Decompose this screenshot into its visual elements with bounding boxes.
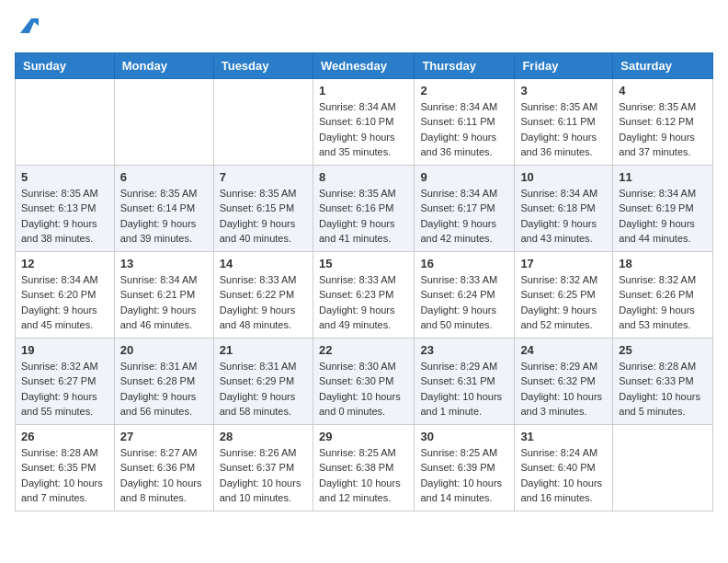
day-number: 23 <box>420 343 508 357</box>
calendar-cell: 28Sunrise: 8:26 AM Sunset: 6:37 PM Dayli… <box>213 424 313 511</box>
calendar-cell: 17Sunrise: 8:32 AM Sunset: 6:25 PM Dayli… <box>515 251 613 338</box>
day-info: Sunrise: 8:28 AM Sunset: 6:35 PM Dayligh… <box>21 445 108 506</box>
calendar-cell: 31Sunrise: 8:24 AM Sunset: 6:40 PM Dayli… <box>515 424 613 511</box>
day-info: Sunrise: 8:26 AM Sunset: 6:37 PM Dayligh… <box>220 445 307 506</box>
calendar-cell: 24Sunrise: 8:29 AM Sunset: 6:32 PM Dayli… <box>515 338 613 424</box>
calendar-cell: 21Sunrise: 8:31 AM Sunset: 6:29 PM Dayli… <box>213 338 313 424</box>
day-number: 18 <box>619 257 707 270</box>
day-info: Sunrise: 8:25 AM Sunset: 6:38 PM Dayligh… <box>319 445 408 506</box>
column-header-monday: Monday <box>114 52 213 78</box>
day-number: 11 <box>619 170 707 184</box>
day-number: 12 <box>21 257 108 270</box>
day-info: Sunrise: 8:35 AM Sunset: 6:15 PM Dayligh… <box>220 186 307 247</box>
day-info: Sunrise: 8:35 AM Sunset: 6:12 PM Dayligh… <box>619 99 707 160</box>
day-info: Sunrise: 8:34 AM Sunset: 6:11 PM Dayligh… <box>420 99 508 160</box>
calendar-cell: 26Sunrise: 8:28 AM Sunset: 6:35 PM Dayli… <box>16 424 115 511</box>
calendar-cell: 3Sunrise: 8:35 AM Sunset: 6:11 PM Daylig… <box>515 78 613 165</box>
day-info: Sunrise: 8:32 AM Sunset: 6:27 PM Dayligh… <box>21 359 108 419</box>
day-info: Sunrise: 8:32 AM Sunset: 6:26 PM Dayligh… <box>619 272 707 333</box>
calendar-cell: 11Sunrise: 8:34 AM Sunset: 6:19 PM Dayli… <box>613 165 713 251</box>
calendar-cell: 30Sunrise: 8:25 AM Sunset: 6:39 PM Dayli… <box>415 424 515 511</box>
day-info: Sunrise: 8:35 AM Sunset: 6:14 PM Dayligh… <box>120 186 208 247</box>
calendar-cell: 6Sunrise: 8:35 AM Sunset: 6:14 PM Daylig… <box>114 165 213 251</box>
calendar-cell: 25Sunrise: 8:28 AM Sunset: 6:33 PM Dayli… <box>613 338 713 424</box>
day-info: Sunrise: 8:30 AM Sunset: 6:30 PM Dayligh… <box>319 359 408 419</box>
day-info: Sunrise: 8:35 AM Sunset: 6:13 PM Dayligh… <box>21 186 108 247</box>
day-info: Sunrise: 8:28 AM Sunset: 6:33 PM Dayligh… <box>619 359 707 419</box>
day-info: Sunrise: 8:27 AM Sunset: 6:36 PM Dayligh… <box>120 445 208 506</box>
calendar-cell: 12Sunrise: 8:34 AM Sunset: 6:20 PM Dayli… <box>16 251 115 338</box>
day-number: 9 <box>420 170 508 184</box>
calendar-cell: 2Sunrise: 8:34 AM Sunset: 6:11 PM Daylig… <box>415 78 515 165</box>
logo <box>15 15 39 41</box>
day-number: 16 <box>420 257 508 270</box>
day-number: 5 <box>21 170 108 184</box>
calendar-cell: 16Sunrise: 8:33 AM Sunset: 6:24 PM Dayli… <box>415 251 515 338</box>
calendar-cell: 14Sunrise: 8:33 AM Sunset: 6:22 PM Dayli… <box>213 251 313 338</box>
day-number: 15 <box>319 257 408 270</box>
calendar-week-row: 12Sunrise: 8:34 AM Sunset: 6:20 PM Dayli… <box>16 251 713 338</box>
column-header-sunday: Sunday <box>16 52 115 78</box>
calendar-cell: 9Sunrise: 8:34 AM Sunset: 6:17 PM Daylig… <box>415 165 515 251</box>
day-number: 24 <box>520 343 607 357</box>
day-number: 14 <box>220 257 307 270</box>
day-info: Sunrise: 8:34 AM Sunset: 6:17 PM Dayligh… <box>420 186 508 247</box>
svg-marker-0 <box>20 18 39 33</box>
day-number: 4 <box>619 84 707 98</box>
day-number: 30 <box>420 430 508 443</box>
calendar-week-row: 5Sunrise: 8:35 AM Sunset: 6:13 PM Daylig… <box>16 165 713 251</box>
day-number: 3 <box>520 84 607 98</box>
day-number: 7 <box>220 170 307 184</box>
day-info: Sunrise: 8:29 AM Sunset: 6:31 PM Dayligh… <box>420 359 508 419</box>
day-info: Sunrise: 8:33 AM Sunset: 6:22 PM Dayligh… <box>220 272 307 333</box>
day-info: Sunrise: 8:24 AM Sunset: 6:40 PM Dayligh… <box>520 445 607 506</box>
day-info: Sunrise: 8:34 AM Sunset: 6:10 PM Dayligh… <box>319 99 408 160</box>
calendar-cell: 18Sunrise: 8:32 AM Sunset: 6:26 PM Dayli… <box>613 251 713 338</box>
calendar-cell: 7Sunrise: 8:35 AM Sunset: 6:15 PM Daylig… <box>213 165 313 251</box>
day-info: Sunrise: 8:34 AM Sunset: 6:20 PM Dayligh… <box>21 272 108 333</box>
day-info: Sunrise: 8:33 AM Sunset: 6:24 PM Dayligh… <box>420 272 508 333</box>
day-info: Sunrise: 8:34 AM Sunset: 6:19 PM Dayligh… <box>619 186 707 247</box>
calendar-cell: 15Sunrise: 8:33 AM Sunset: 6:23 PM Dayli… <box>313 251 414 338</box>
column-header-wednesday: Wednesday <box>313 52 414 78</box>
day-number: 22 <box>319 343 408 357</box>
logo-icon <box>17 15 39 37</box>
day-number: 10 <box>520 170 607 184</box>
calendar-cell: 29Sunrise: 8:25 AM Sunset: 6:38 PM Dayli… <box>313 424 414 511</box>
day-info: Sunrise: 8:29 AM Sunset: 6:32 PM Dayligh… <box>520 359 607 419</box>
day-info: Sunrise: 8:25 AM Sunset: 6:39 PM Dayligh… <box>420 445 508 506</box>
calendar-cell: 10Sunrise: 8:34 AM Sunset: 6:18 PM Dayli… <box>515 165 613 251</box>
column-header-friday: Friday <box>515 52 613 78</box>
column-header-saturday: Saturday <box>613 52 713 78</box>
day-number: 27 <box>120 430 208 443</box>
day-number: 29 <box>319 430 408 443</box>
calendar-cell: 13Sunrise: 8:34 AM Sunset: 6:21 PM Dayli… <box>114 251 213 338</box>
calendar-cell <box>114 78 213 165</box>
day-number: 19 <box>21 343 108 357</box>
calendar-cell: 19Sunrise: 8:32 AM Sunset: 6:27 PM Dayli… <box>16 338 115 424</box>
calendar-cell <box>213 78 313 165</box>
day-info: Sunrise: 8:35 AM Sunset: 6:16 PM Dayligh… <box>319 186 408 247</box>
day-info: Sunrise: 8:32 AM Sunset: 6:25 PM Dayligh… <box>520 272 607 333</box>
calendar-cell: 22Sunrise: 8:30 AM Sunset: 6:30 PM Dayli… <box>313 338 414 424</box>
calendar-cell: 5Sunrise: 8:35 AM Sunset: 6:13 PM Daylig… <box>16 165 115 251</box>
day-number: 6 <box>120 170 208 184</box>
day-number: 13 <box>120 257 208 270</box>
day-number: 2 <box>420 84 508 98</box>
calendar-cell: 23Sunrise: 8:29 AM Sunset: 6:31 PM Dayli… <box>415 338 515 424</box>
day-number: 8 <box>319 170 408 184</box>
calendar-cell <box>16 78 115 165</box>
calendar-week-row: 1Sunrise: 8:34 AM Sunset: 6:10 PM Daylig… <box>16 78 713 165</box>
day-info: Sunrise: 8:34 AM Sunset: 6:21 PM Dayligh… <box>120 272 208 333</box>
calendar-cell: 20Sunrise: 8:31 AM Sunset: 6:28 PM Dayli… <box>114 338 213 424</box>
calendar-cell: 27Sunrise: 8:27 AM Sunset: 6:36 PM Dayli… <box>114 424 213 511</box>
calendar-cell: 8Sunrise: 8:35 AM Sunset: 6:16 PM Daylig… <box>313 165 414 251</box>
column-header-tuesday: Tuesday <box>213 52 313 78</box>
day-number: 1 <box>319 84 408 98</box>
calendar-cell: 4Sunrise: 8:35 AM Sunset: 6:12 PM Daylig… <box>613 78 713 165</box>
calendar-week-row: 19Sunrise: 8:32 AM Sunset: 6:27 PM Dayli… <box>16 338 713 424</box>
day-info: Sunrise: 8:33 AM Sunset: 6:23 PM Dayligh… <box>319 272 408 333</box>
calendar-week-row: 26Sunrise: 8:28 AM Sunset: 6:35 PM Dayli… <box>16 424 713 511</box>
calendar-cell <box>613 424 713 511</box>
calendar-header-row: SundayMondayTuesdayWednesdayThursdayFrid… <box>16 52 713 78</box>
